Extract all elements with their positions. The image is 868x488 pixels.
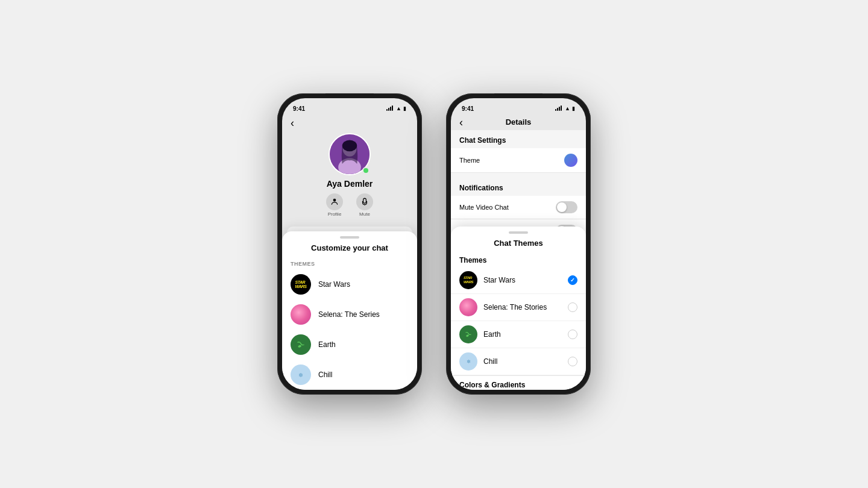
toggle-knob — [557, 202, 567, 212]
earth-name-2: Earth — [483, 330, 501, 339]
status-time-1: 9:41 — [293, 105, 305, 112]
svg-text:❄: ❄ — [298, 372, 303, 378]
theme-color-indicator — [564, 154, 577, 167]
phone-1: 9:41 ▲ ▮ ‹ — [277, 93, 422, 395]
phone-2-screen: 9:41 ▲ ▮ ‹ Details — [451, 98, 586, 390]
theme-row-chill[interactable]: ❄ Chill — [451, 348, 586, 375]
back-arrow-1[interactable]: ‹ — [291, 117, 294, 128]
theme-name-starwars: Star Wars — [318, 280, 350, 289]
svg-point-4 — [333, 199, 336, 202]
back-arrow-2[interactable]: ‹ — [459, 117, 463, 128]
sheet-title-1: Customize your chat — [282, 243, 417, 257]
status-time-2: 9:41 — [462, 105, 474, 112]
mute-video-label: Mute Video Chat — [459, 204, 509, 211]
theme-setting-row[interactable]: Theme — [451, 148, 586, 173]
themes-section-title: Themes — [451, 252, 586, 267]
starwars-icon-2: STARWARS — [459, 271, 477, 289]
mute-action[interactable]: Mute — [356, 193, 373, 217]
profile-action[interactable]: Profile — [326, 193, 343, 217]
earth-icon — [291, 334, 311, 355]
theme-row-left-earth: Earth — [459, 325, 501, 343]
chill-icon-2: ❄ — [459, 352, 477, 371]
theme-name-chill: Chill — [318, 371, 332, 379]
status-icons-1: ▲ ▮ — [386, 105, 406, 111]
action-icons: Profile Mute — [326, 193, 373, 217]
sheet-handle-2 — [509, 231, 528, 234]
chill-name-2: Chill — [483, 357, 497, 366]
theme-item-starwars[interactable]: STARWARS Star Wars — [282, 269, 417, 299]
mute-video-row[interactable]: Mute Video Chat — [451, 196, 586, 219]
selena-name-2: Selena: The Stories — [483, 303, 547, 311]
status-icons-2: ▲ ▮ — [555, 105, 575, 111]
theme-name-selena: Selena: The Series — [318, 310, 380, 319]
signal-icon-2 — [555, 106, 562, 111]
earth-icon-2 — [459, 325, 477, 343]
chill-icon: ❄ — [291, 364, 311, 385]
bottom-sheet-2: Chat Themes Themes STARWARS Star Wars — [451, 227, 586, 390]
sheet2-title: Chat Themes — [451, 239, 586, 252]
sheet-section-label: THEMES — [282, 257, 417, 269]
theme-row-left-selena: Selena: The Stories — [459, 298, 547, 316]
phone-1-screen: 9:41 ▲ ▮ ‹ — [282, 98, 417, 390]
battery-icon: ▮ — [403, 105, 406, 111]
user-name: Aya Demler — [327, 179, 373, 189]
profile-section: Aya Demler Profile — [282, 131, 417, 223]
starwars-icon: STARWARS — [291, 274, 311, 295]
theme-label: Theme — [459, 157, 480, 164]
svg-text:❄: ❄ — [467, 359, 471, 364]
signal-icon — [386, 106, 393, 111]
status-bar-2: 9:41 ▲ ▮ — [451, 98, 586, 115]
mute-icon — [356, 193, 373, 210]
profile-icon — [326, 193, 343, 210]
section-gap-1 — [451, 173, 586, 178]
selena-icon-2 — [459, 298, 477, 316]
theme-item-selena[interactable]: Selena: The Series — [282, 299, 417, 330]
details-nav-title: Details — [506, 117, 532, 127]
online-indicator — [362, 167, 370, 174]
starwars-name-2: Star Wars — [483, 276, 515, 284]
sheet-handle-1 — [340, 236, 359, 239]
status-bar-1: 9:41 ▲ ▮ — [282, 98, 417, 115]
theme-item-chill[interactable]: ❄ Chill — [282, 360, 417, 390]
mute-video-toggle[interactable] — [556, 201, 577, 213]
wifi-icon-2: ▲ — [565, 105, 570, 111]
svg-point-7 — [295, 339, 306, 350]
theme-item-earth[interactable]: Earth — [282, 330, 417, 360]
battery-icon-2: ▮ — [572, 105, 575, 111]
theme-name-earth: Earth — [318, 340, 336, 349]
scene: 9:41 ▲ ▮ ‹ — [277, 93, 591, 395]
colors-gradients-label[interactable]: Colors & Gradients — [451, 375, 586, 390]
svg-point-11 — [464, 330, 473, 339]
starwars-radio[interactable] — [568, 275, 577, 285]
notifications-title: Notifications — [451, 178, 586, 196]
earth-radio[interactable] — [568, 330, 577, 339]
selena-radio[interactable] — [568, 302, 577, 312]
theme-row-left-sw: STARWARS Star Wars — [459, 271, 515, 289]
chill-radio[interactable] — [568, 357, 577, 366]
theme-row-earth[interactable]: Earth — [451, 321, 586, 348]
mute-label: Mute — [359, 211, 370, 217]
selena-icon — [291, 304, 311, 325]
theme-row-selena[interactable]: Selena: The Stories — [451, 294, 586, 321]
details-nav: ‹ Details — [451, 115, 586, 130]
nav-back-1: ‹ — [282, 115, 417, 131]
phone-2: 9:41 ▲ ▮ ‹ Details — [446, 93, 591, 395]
bottom-sheet-1: Customize your chat THEMES STARWARS Star… — [282, 231, 417, 390]
theme-row-left-chill: ❄ Chill — [459, 352, 497, 371]
theme-row-starwars[interactable]: STARWARS Star Wars — [451, 267, 586, 294]
chat-settings-title: Chat Settings — [451, 130, 586, 148]
profile-label: Profile — [328, 211, 342, 217]
wifi-icon: ▲ — [396, 105, 401, 111]
